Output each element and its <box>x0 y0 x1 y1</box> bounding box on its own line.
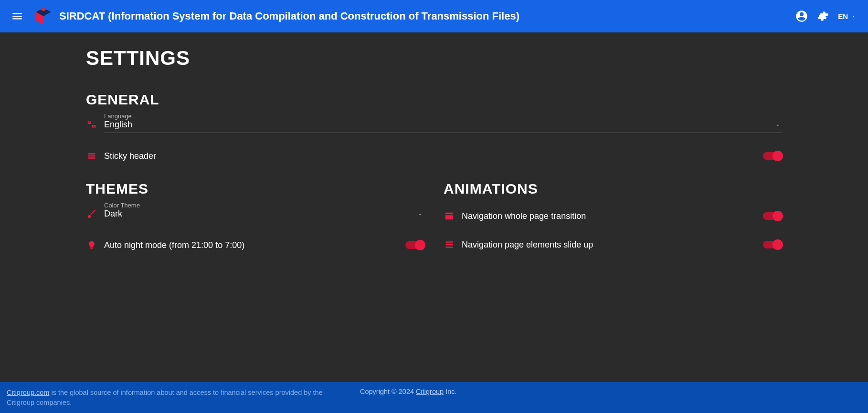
sticky-header-toggle[interactable] <box>763 152 782 160</box>
language-select[interactable]: Language English <box>104 112 782 133</box>
footer-link-citigroup[interactable]: Citigroup.com <box>7 389 49 396</box>
chevron-down-icon <box>774 122 781 129</box>
language-button[interactable]: EN <box>833 10 861 23</box>
footer-desc-text: is the global source of information abou… <box>7 389 323 406</box>
auto-night-toggle[interactable] <box>405 241 424 249</box>
language-select-label: Language <box>104 113 782 120</box>
chevron-down-icon <box>417 211 423 218</box>
footer-description: Citigroup.com is the global source of in… <box>7 388 350 407</box>
settings-button[interactable] <box>812 6 833 27</box>
account-icon <box>795 10 808 23</box>
brush-icon <box>86 208 97 219</box>
language-select-value: English <box>104 120 782 130</box>
footer-link-copyright[interactable]: Citigroup <box>416 388 444 395</box>
color-theme-select-value: Dark <box>104 209 424 219</box>
copyright-prefix: Copyright © 2024 <box>360 388 416 395</box>
menu-icon <box>11 10 23 22</box>
nav-slide-up-label: Navigation page elements slide up <box>462 240 756 250</box>
menu-button[interactable] <box>7 6 28 27</box>
copyright-suffix: Inc. <box>444 388 456 395</box>
app-logo <box>32 5 54 27</box>
section-title-general: GENERAL <box>86 92 782 108</box>
list-icon <box>86 150 97 162</box>
nav-slide-up-toggle[interactable] <box>763 241 782 248</box>
gear-icon <box>816 10 829 22</box>
app-title: SIRDCAT (Information System for Data Com… <box>59 10 519 22</box>
sticky-header-label: Sticky header <box>104 151 756 161</box>
language-button-label: EN <box>838 12 848 21</box>
app-header: SIRDCAT (Information System for Data Com… <box>0 0 868 32</box>
translate-icon <box>86 119 97 130</box>
cube-logo-icon <box>33 6 53 26</box>
footer-copyright: Copyright © 2024 Citigroup Inc. <box>360 388 457 395</box>
section-title-animations: ANIMATIONS <box>444 181 782 197</box>
nav-page-transition-label: Navigation whole page transition <box>462 211 756 221</box>
page-title: SETTINGS <box>86 47 782 70</box>
footer: Citigroup.com is the global source of in… <box>0 382 868 413</box>
window-icon <box>444 210 455 222</box>
account-button[interactable] <box>791 6 812 27</box>
bulb-icon <box>86 239 97 251</box>
chevron-down-icon <box>851 13 857 19</box>
color-theme-select-label: Color Theme <box>104 202 424 209</box>
nav-page-transition-toggle[interactable] <box>763 212 782 220</box>
main-content: SETTINGS GENERAL Language English Sticky… <box>0 32 868 382</box>
color-theme-select[interactable]: Color Theme Dark <box>104 201 424 222</box>
auto-night-label: Auto night mode (from 21:00 to 7:00) <box>104 240 399 250</box>
stack-icon <box>444 239 455 250</box>
section-title-themes: THEMES <box>86 181 424 197</box>
